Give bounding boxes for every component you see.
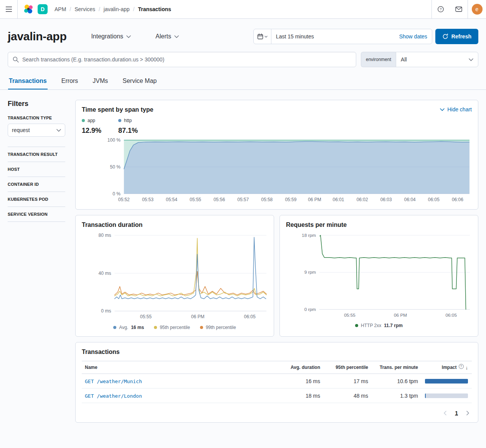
svg-text:100 %: 100 % [107, 138, 121, 143]
filter-section-service-version[interactable]: SERVICE VERSION [8, 207, 65, 222]
legend-dot [118, 119, 121, 122]
tpm-value: 10.6 tpm [368, 378, 418, 384]
elastic-logo-icon [23, 4, 34, 15]
svg-text:06:05: 06:05 [428, 197, 440, 202]
svg-text:0 rpm: 0 rpm [304, 307, 316, 312]
requests-per-minute-panel: Requests per minute 0 rpm9 rpm18 rpm05:5… [279, 215, 478, 337]
rpm-title: Requests per minute [286, 222, 472, 228]
integrations-menu-button[interactable]: Integrations [91, 33, 131, 40]
breadcrumb-separator: / [99, 6, 100, 12]
legend-99th[interactable]: 99th percentile [200, 325, 236, 330]
svg-text:05:52: 05:52 [118, 197, 130, 202]
column-header-impact[interactable]: Impact ? ↓ [418, 365, 472, 370]
hide-chart-button[interactable]: Hide chart [440, 106, 472, 112]
http-percentage: 87.1% [118, 127, 138, 135]
search-box [8, 52, 356, 67]
filter-section-transaction-result[interactable]: TRANSACTION RESULT [8, 147, 65, 162]
svg-text:?: ? [440, 7, 441, 11]
column-header-95th[interactable]: 95th percentile [320, 365, 368, 370]
rpm-chart[interactable]: 0 rpm9 rpm18 rpm05:5506 PM06:05 [286, 232, 472, 319]
svg-text:18 rpm: 18 rpm [302, 232, 316, 238]
svg-text:9 rpm: 9 rpm [304, 269, 316, 275]
app-percentage: 12.9% [82, 127, 101, 135]
svg-text:06:01: 06:01 [333, 197, 344, 202]
mail-icon [455, 7, 462, 12]
tab-jvms[interactable]: JVMs [92, 73, 109, 89]
breadcrumb-item-apm[interactable]: APM [55, 6, 66, 12]
space-avatar[interactable]: D [38, 4, 48, 14]
duration-title: Transaction duration [82, 222, 268, 228]
transaction-link-munich[interactable]: GET /weather/Munich [85, 379, 142, 384]
tab-errors[interactable]: Errors [61, 73, 79, 89]
p95-value: 17 ms [320, 378, 368, 384]
quick-select-date-button[interactable] [254, 29, 271, 44]
column-header-tpm[interactable]: Trans. per minute [368, 365, 418, 370]
svg-text:05:53: 05:53 [142, 197, 154, 202]
tab-transactions[interactable]: Transactions [8, 73, 48, 89]
legend-95th[interactable]: 95th percentile [154, 325, 190, 330]
column-header-avg-duration[interactable]: Avg. duration [276, 365, 320, 370]
svg-text:05:58: 05:58 [261, 197, 273, 202]
impact-info-icon[interactable]: ? [459, 364, 464, 369]
help-button[interactable]: ? [431, 0, 450, 18]
top-bar: D APM / Services / javalin-app / Transac… [0, 0, 486, 19]
page-number-1[interactable]: 1 [455, 410, 458, 416]
svg-text:06:06: 06:06 [452, 197, 463, 202]
service-header: javalin-app Integrations Alerts [0, 19, 486, 48]
breadcrumb-item-services[interactable]: Services [74, 6, 95, 12]
breadcrumb-separator: / [133, 6, 135, 12]
search-transactions-input[interactable] [22, 56, 351, 63]
filter-section-container-id[interactable]: CONTAINER ID [8, 177, 65, 192]
chevron-down-icon [469, 58, 473, 61]
svg-text:05:57: 05:57 [237, 197, 249, 202]
legend-http-2xx[interactable]: HTTP 2xx 11.7 rpm [355, 323, 403, 328]
svg-text:05:55: 05:55 [140, 314, 152, 319]
legend-dot [355, 324, 358, 327]
svg-text:05:56: 05:56 [213, 197, 225, 202]
svg-text:05:59: 05:59 [285, 197, 296, 202]
transaction-type-select[interactable]: request [8, 124, 65, 137]
svg-text:06:05: 06:05 [244, 314, 256, 319]
breadcrumb: APM / Services / javalin-app / Transacti… [55, 6, 171, 12]
environment-select[interactable]: All [396, 52, 478, 67]
filter-section-host[interactable]: HOST [8, 162, 65, 177]
next-page-icon [466, 411, 469, 415]
span-type-title: Time spent by span type [82, 106, 153, 113]
svg-text:05:55: 05:55 [344, 312, 355, 317]
span-type-panel: Time spent by span type Hide chart app 1… [75, 100, 478, 210]
topbar-actions: ? e [431, 0, 486, 18]
duration-chart[interactable]: 0 ms40 ms80 ms05:5506 PM06:05 [82, 232, 268, 320]
elastic-logo[interactable] [18, 0, 38, 18]
tab-service-map[interactable]: Service Map [122, 73, 157, 89]
svg-text:05:54: 05:54 [166, 197, 177, 202]
newsfeed-button[interactable] [450, 0, 468, 18]
span-type-chart[interactable]: 0 %50 %100 %05:5205:5305:5405:5505:5605:… [82, 138, 472, 203]
svg-text:06 PM: 06 PM [394, 312, 407, 317]
svg-text:06:03: 06:03 [380, 197, 392, 202]
legend-app[interactable]: app 12.9% [82, 118, 101, 135]
column-header-name[interactable]: Name [82, 365, 276, 370]
legend-avg[interactable]: Avg. 16 ms [113, 325, 144, 330]
time-range-display[interactable]: Last 15 minutes [276, 33, 314, 40]
legend-http[interactable]: http 87.1% [118, 118, 138, 135]
alerts-menu-button[interactable]: Alerts [155, 33, 179, 40]
transaction-link-london[interactable]: GET /weather/London [85, 393, 142, 399]
legend-dot [200, 326, 203, 329]
svg-text:06 PM: 06 PM [191, 314, 205, 319]
transactions-table: Name Avg. duration 95th percentile Trans… [82, 361, 472, 403]
calendar-icon [257, 33, 263, 40]
user-avatar[interactable]: e [472, 4, 483, 15]
breadcrumb-separator: / [69, 6, 71, 12]
transactions-title: Transactions [82, 349, 472, 355]
filter-section-kubernetes-pod[interactable]: KUBERNETES POD [8, 192, 65, 207]
svg-text:06:05: 06:05 [445, 312, 457, 317]
refresh-button[interactable]: Refresh [435, 29, 478, 44]
date-picker: Last 15 minutes Show dates Refresh [253, 29, 478, 44]
table-row: GET /weather/Munich 16 ms 17 ms 10.6 tpm [82, 374, 472, 388]
svg-text:06:04: 06:04 [404, 197, 416, 202]
breadcrumb-item-service[interactable]: javalin-app [104, 6, 130, 12]
transaction-type-label: TRANSACTION TYPE [8, 116, 65, 120]
show-dates-link[interactable]: Show dates [399, 33, 427, 40]
service-tabs: Transactions Errors JVMs Service Map [0, 73, 486, 90]
hamburger-menu-button[interactable] [0, 0, 18, 18]
